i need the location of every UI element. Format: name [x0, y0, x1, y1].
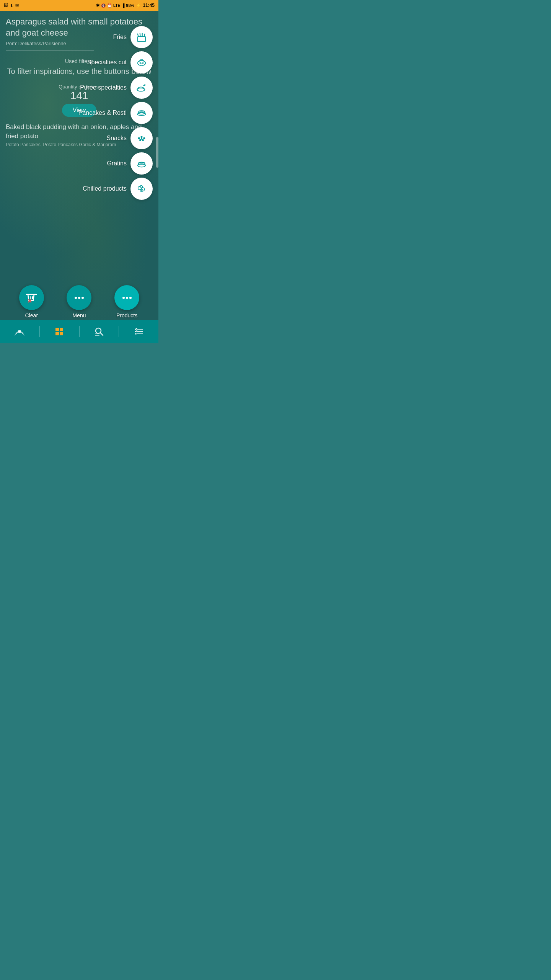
svg-point-45 [135, 333, 137, 335]
svg-line-39 [100, 333, 103, 335]
category-label-gratins: Gratins [107, 160, 127, 167]
svg-point-15 [143, 137, 145, 139]
alarm-icon: ⏰ [107, 3, 112, 8]
svg-point-32 [129, 297, 132, 299]
scrollbar[interactable] [156, 137, 158, 168]
category-icon-snacks [130, 127, 153, 149]
status-bar: 🖼 ⬇ ✉ ✱ 🔇 ⏰ LTE ▐ 98% ⚡ 11:45 [0, 0, 158, 11]
email-icon: ✉ [15, 3, 19, 8]
category-menu: Fries Specialties cut Puree specialties [67, 11, 158, 293]
clear-label: Clear [25, 312, 38, 318]
battery-text: 98% [126, 3, 134, 8]
clear-circle [19, 285, 44, 310]
svg-point-31 [126, 297, 128, 299]
nav-item-list[interactable] [119, 320, 158, 343]
category-label-chilled: Chilled products [83, 185, 127, 192]
category-label-specialties: Specialties cut [87, 59, 127, 66]
menu-dots-icon [73, 291, 86, 304]
svg-point-14 [140, 136, 142, 138]
svg-rect-34 [55, 328, 59, 331]
category-icon-specialties [130, 51, 153, 74]
grid-icon [54, 326, 65, 337]
svg-point-9 [144, 85, 145, 86]
status-left-icons: 🖼 ⬇ ✉ [4, 3, 19, 8]
category-icon-chilled [130, 178, 153, 200]
mute-icon: 🔇 [101, 3, 106, 8]
menu-circle [67, 285, 91, 310]
svg-rect-37 [60, 332, 63, 335]
category-label-puree: Puree specialties [80, 84, 127, 91]
category-item-gratins[interactable]: Gratins [67, 152, 153, 175]
search-filter-icon [94, 326, 104, 337]
category-item-pancakes[interactable]: Pancakes & Rosti [67, 102, 153, 124]
status-right-info: ✱ 🔇 ⏰ LTE ▐ 98% ⚡ 11:45 [96, 3, 155, 8]
category-icon-pancakes [130, 102, 153, 124]
svg-rect-35 [60, 328, 63, 331]
category-label-snacks: Snacks [107, 135, 127, 142]
clock: 11:45 [143, 3, 155, 8]
checklist-icon [134, 326, 144, 337]
category-icon-gratins [130, 152, 153, 175]
category-item-chilled[interactable]: Chilled products [67, 178, 153, 200]
lte-label: LTE [113, 3, 120, 8]
products-circle [114, 285, 139, 310]
bluetooth-icon: ✱ [96, 3, 99, 8]
download-icon: ⬇ [10, 3, 13, 8]
category-item-snacks[interactable]: Snacks [67, 127, 153, 149]
category-item-fries[interactable]: Fries [67, 26, 153, 48]
svg-line-4 [144, 34, 145, 37]
category-item-puree[interactable]: Puree specialties [67, 77, 153, 99]
svg-point-27 [75, 297, 77, 299]
category-label-pancakes: Pancakes & Rosti [78, 109, 127, 116]
signal-icon: ▐ [122, 3, 124, 8]
products-button[interactable]: Products [114, 285, 139, 318]
filter-x-icon [25, 291, 38, 304]
gallery-icon: 🖼 [4, 3, 8, 8]
svg-point-18 [141, 138, 142, 140]
menu-label: Menu [72, 312, 86, 318]
category-label-fries: Fries [113, 34, 127, 41]
nav-item-search[interactable] [80, 320, 119, 343]
products-dots-icon [121, 291, 134, 304]
nav-bar [0, 320, 158, 343]
svg-point-30 [122, 297, 125, 299]
menu-button[interactable]: Menu [67, 285, 91, 318]
svg-point-13 [138, 137, 140, 139]
bottom-action-bar: Clear Menu Products [0, 282, 158, 320]
products-label: Products [116, 312, 137, 318]
nav-item-grid[interactable] [40, 320, 79, 343]
svg-point-16 [139, 139, 141, 141]
svg-line-2 [140, 33, 140, 37]
svg-point-28 [78, 297, 80, 299]
category-item-specialties[interactable]: Specialties cut [67, 51, 153, 74]
svg-point-29 [82, 297, 84, 299]
svg-point-17 [142, 139, 144, 141]
category-icon-fries [130, 26, 153, 48]
svg-line-1 [138, 34, 139, 37]
category-icon-puree [130, 77, 153, 99]
battery-icon: ⚡ [136, 3, 141, 8]
broadcast-icon [14, 326, 25, 337]
nav-item-broadcast[interactable] [0, 320, 39, 343]
svg-rect-0 [138, 36, 145, 42]
svg-rect-36 [55, 332, 59, 335]
clear-button[interactable]: Clear [19, 285, 44, 318]
